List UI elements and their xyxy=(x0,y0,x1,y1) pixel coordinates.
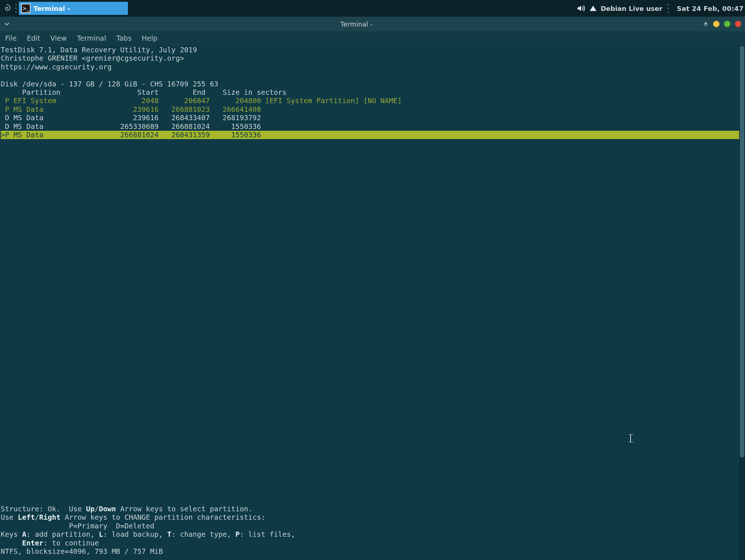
terminal-line xyxy=(1,428,739,437)
terminal-line xyxy=(1,275,739,284)
terminal-window: Terminal - File Edit View Terminal Tabs … xyxy=(0,17,745,560)
window-maximize-button[interactable] xyxy=(724,21,730,27)
terminal-line xyxy=(1,369,739,377)
terminal-line xyxy=(1,326,739,334)
terminal-line: P MS Data 239616 266881023 266641408 xyxy=(1,105,739,114)
window-title: Terminal - xyxy=(10,20,703,28)
terminal-line xyxy=(1,182,739,190)
terminal-line xyxy=(1,190,739,199)
terminal-line: Use Left/Right Arrow keys to CHANGE part… xyxy=(1,513,739,522)
terminal-line xyxy=(1,488,739,496)
system-tray: Debian Live user Sat 24 Feb, 00:47 xyxy=(576,4,744,13)
terminal-line xyxy=(1,309,739,318)
terminal-output[interactable]: TestDisk 7.1, Data Recovery Utility, Jul… xyxy=(0,45,739,560)
terminal-line xyxy=(1,139,739,147)
terminal-line xyxy=(1,165,739,173)
terminal-line: Keys A: add partition, L: load backup, T… xyxy=(1,530,739,539)
terminal-line: Disk /dev/sda - 137 GB / 128 GiB - CHS 1… xyxy=(1,80,739,88)
panel-separator-icon xyxy=(668,4,670,13)
terminal-line xyxy=(1,454,739,462)
terminal-line xyxy=(1,462,739,471)
terminal-scrollbar[interactable] xyxy=(739,45,745,560)
terminal-line xyxy=(1,241,739,249)
terminal-line: P EFI System 2048 206847 204800 [EFI Sys… xyxy=(1,97,739,105)
taskbar-item-label: Terminal - xyxy=(33,5,70,12)
terminal-line: D MS Data 239616 268433407 268193792 xyxy=(1,114,739,122)
terminal-line xyxy=(1,343,739,352)
window-close-button[interactable] xyxy=(735,21,741,27)
window-minimize-button[interactable] xyxy=(713,21,720,27)
network-icon[interactable] xyxy=(589,4,597,12)
terminal-line: Partition Start End Size in sectors xyxy=(1,88,739,97)
volume-icon[interactable] xyxy=(576,4,585,13)
terminal-line xyxy=(1,148,739,156)
terminal-line xyxy=(1,403,739,411)
menu-view[interactable]: View xyxy=(51,34,67,42)
terminal-line xyxy=(1,445,739,454)
panel-clock[interactable]: Sat 24 Feb, 00:47 xyxy=(677,5,744,12)
menu-file[interactable]: File xyxy=(5,34,17,42)
terminal-line xyxy=(1,250,739,258)
terminal-line xyxy=(1,233,739,241)
terminal-line xyxy=(1,199,739,207)
session-user-label[interactable]: Debian Live user xyxy=(601,5,663,12)
terminal-line: >P MS Data 266881024 268431359 1550336 xyxy=(1,131,739,139)
terminal-line xyxy=(1,156,739,165)
terminal-line xyxy=(1,479,739,488)
terminal-line xyxy=(1,394,739,403)
terminal-line xyxy=(1,258,739,267)
terminal-line xyxy=(1,207,739,216)
terminal-line xyxy=(1,173,739,182)
text-cursor-ibeam-icon xyxy=(630,434,631,442)
menu-edit[interactable]: Edit xyxy=(27,34,40,42)
terminal-line: Christophe GRENIER <grenier@cgsecurity.o… xyxy=(1,54,739,62)
panel-separator-icon xyxy=(15,4,17,13)
window-menu-chevron-down-icon[interactable] xyxy=(4,20,10,28)
terminal-line xyxy=(1,71,739,80)
desktop-panel: >_ Terminal - Debian Live user Sat 24 Fe… xyxy=(0,0,745,17)
terminal-line xyxy=(1,335,739,343)
terminal-line xyxy=(1,437,739,445)
terminal-line xyxy=(1,224,739,233)
terminal-line xyxy=(1,216,739,224)
terminal-line: TestDisk 7.1, Data Recovery Utility, Jul… xyxy=(1,46,739,54)
terminal-line xyxy=(1,411,739,419)
terminal-line xyxy=(1,267,739,275)
menu-tabs[interactable]: Tabs xyxy=(116,34,132,42)
window-keep-above-icon[interactable] xyxy=(703,20,709,28)
terminal-line xyxy=(1,386,739,394)
terminal-line xyxy=(1,318,739,326)
terminal-line xyxy=(1,377,739,386)
terminal-line xyxy=(1,284,739,292)
menu-terminal[interactable]: Terminal xyxy=(77,34,106,42)
terminal-line: D MS Data 265330689 266881024 1550336 xyxy=(1,122,739,131)
menu-help[interactable]: Help xyxy=(142,34,157,42)
terminal-line xyxy=(1,420,739,428)
terminal-line xyxy=(1,301,739,309)
terminal-line: NTFS, blocksize=4096, 793 MB / 757 MiB xyxy=(1,547,739,556)
terminal-line: Enter: to continue xyxy=(1,539,739,547)
terminal-icon: >_ xyxy=(21,4,31,13)
terminal-line xyxy=(1,496,739,505)
taskbar-item-terminal[interactable]: >_ Terminal - xyxy=(19,2,128,15)
scrollbar-thumb[interactable] xyxy=(740,46,744,458)
terminal-line xyxy=(1,360,739,369)
terminal-line xyxy=(1,471,739,479)
terminal-line: https://www.cgsecurity.org xyxy=(1,63,739,71)
terminal-line: Structure: Ok. Use Up/Down Arrow keys to… xyxy=(1,505,739,513)
menubar: File Edit View Terminal Tabs Help xyxy=(0,31,745,45)
debian-logo-icon[interactable] xyxy=(1,3,12,13)
terminal-line xyxy=(1,352,739,360)
window-titlebar[interactable]: Terminal - xyxy=(0,17,745,31)
terminal-line: P=Primary D=Deleted xyxy=(1,522,739,530)
terminal-line xyxy=(1,292,739,301)
